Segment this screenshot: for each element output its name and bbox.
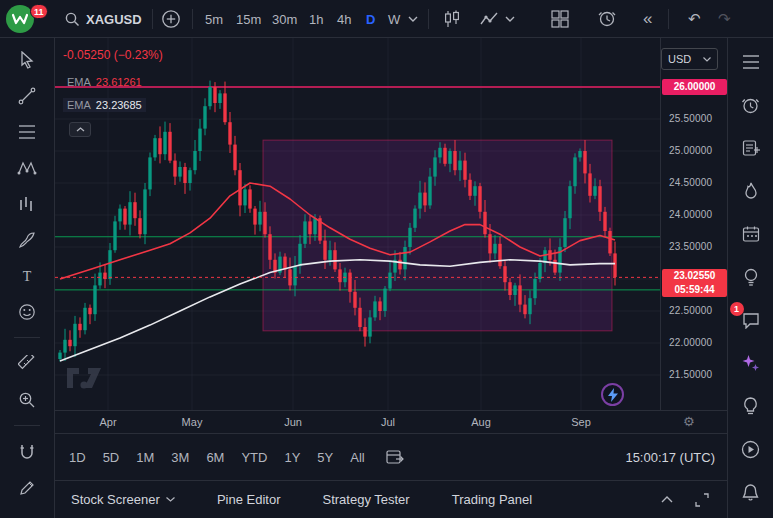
stock-screener-label: Stock Screener [71, 492, 160, 507]
tab-pine-editor[interactable]: Pine Editor [217, 492, 281, 507]
divider [192, 9, 193, 29]
chevron-down-icon [166, 497, 175, 502]
tab-stock-screener[interactable]: Stock Screener [71, 492, 175, 507]
time-axis-month-label: Jun [276, 416, 310, 428]
price-scale-label: 22.00000 [669, 337, 712, 348]
range-3m[interactable]: 3M [171, 450, 189, 465]
bar-countdown: 05:59:44 [662, 283, 727, 297]
time-axis-month-label: Apr [91, 416, 125, 428]
range-ytd[interactable]: YTD [241, 450, 267, 465]
timeframe-1d[interactable]: D [366, 0, 375, 38]
news-list-icon[interactable] [738, 136, 764, 160]
range-5d[interactable]: 5D [103, 450, 120, 465]
drawing-toolbar: T [0, 38, 55, 518]
timeframe-1h[interactable]: 1h [309, 0, 323, 38]
panel-expand-chevron-icon[interactable] [661, 496, 673, 503]
brush-icon[interactable] [16, 229, 38, 250]
text-tool-icon[interactable]: T [16, 265, 38, 286]
hint-lightbulb-icon[interactable] [738, 394, 764, 418]
price-scale-label: 23.50000 [669, 241, 712, 252]
range-1d[interactable]: 1D [69, 450, 86, 465]
chart-style-candles-icon[interactable] [443, 0, 461, 38]
range-5y[interactable]: 5Y [317, 450, 333, 465]
logo-mark-icon [12, 13, 28, 25]
price-scale-label: 21.50000 [669, 369, 712, 380]
timeframe-4h[interactable]: 4h [337, 0, 351, 38]
server-clock[interactable]: 15:00:17 (UTC) [625, 450, 715, 465]
time-axis-month-label: May [175, 416, 209, 428]
bar-replay-icon[interactable]: « [643, 0, 652, 38]
currency-value: USD [668, 53, 691, 65]
ema-fast-value: 23.61261 [96, 76, 142, 88]
symbol-name[interactable]: XAGUSD [86, 0, 142, 38]
undo-icon[interactable]: ↶ [688, 0, 701, 38]
range-1m[interactable]: 1M [136, 450, 154, 465]
tab-strategy-tester[interactable]: Strategy Tester [322, 492, 409, 507]
timeframe-menu-chevron-icon[interactable] [408, 0, 418, 38]
time-axis[interactable]: ⚙ AprMayJunJulAugSep [55, 410, 727, 433]
top-toolbar: 11 XAGUSD 5m 15m 30m 1h 4h D W [0, 0, 773, 38]
edit-pencil-icon[interactable] [16, 477, 38, 498]
chat-unread-badge: 1 [730, 302, 744, 316]
notification-count-badge: 11 [30, 4, 48, 19]
search-icon[interactable] [64, 0, 80, 38]
last-price-value: 23.02550 [662, 269, 727, 283]
tab-trading-panel[interactable]: Trading Panel [452, 492, 532, 507]
watchlist-icon[interactable] [738, 50, 764, 74]
alert-price-badge[interactable]: 26.00000 [662, 79, 727, 95]
redo-icon[interactable]: ↷ [718, 0, 731, 38]
right-sidebar: 1 [727, 38, 773, 518]
tradingview-watermark [67, 368, 103, 392]
price-axis[interactable]: 25.5000025.0000024.5000024.0000023.50000… [660, 38, 727, 433]
notifications-bell-icon[interactable] [738, 480, 764, 504]
trend-line-icon[interactable] [16, 85, 38, 106]
zoom-in-icon[interactable] [16, 389, 38, 410]
calendar-icon[interactable] [738, 222, 764, 246]
flash-replay-button[interactable] [601, 383, 624, 406]
ema-fast-legend[interactable]: EMA23.61261 [63, 75, 146, 89]
time-axis-month-label: Sep [564, 416, 598, 428]
magnet-icon[interactable] [16, 441, 38, 462]
ai-sparkle-icon[interactable] [738, 351, 764, 375]
price-change-text: -0.05250 (−0.23%) [63, 48, 163, 62]
ruler-measure-icon[interactable] [16, 353, 38, 374]
cursor-icon[interactable] [16, 49, 38, 70]
create-alert-icon[interactable] [598, 0, 618, 38]
compare-add-button[interactable] [161, 0, 181, 38]
layout-grid-icon[interactable] [551, 0, 569, 38]
chart-legend: -0.05250 (−0.23%) EMA23.61261 EMA23.2368… [63, 48, 163, 118]
last-price-badge: 23.0255005:59:44 [662, 269, 727, 297]
emoji-icon[interactable] [16, 301, 38, 322]
xabcd-pattern-icon[interactable] [16, 157, 38, 178]
alerts-clock-icon[interactable] [738, 93, 764, 117]
indicators-icon[interactable] [480, 0, 499, 38]
range-1y[interactable]: 1Y [284, 450, 300, 465]
divider [152, 9, 153, 29]
ideas-bulb-icon[interactable] [738, 265, 764, 289]
timeframe-30m[interactable]: 30m [272, 0, 297, 38]
chart-settings-gear-icon[interactable]: ⚙ [683, 414, 695, 429]
timeframe-5m[interactable]: 5m [205, 0, 223, 38]
panel-maximize-icon[interactable] [695, 493, 709, 507]
toolbar-separator [14, 337, 40, 338]
collapse-legend-button[interactable] [69, 122, 91, 137]
chevron-down-icon [703, 57, 711, 62]
ema-slow-label: EMA [67, 99, 91, 111]
range-6m[interactable]: 6M [206, 450, 224, 465]
fib-retracement-icon[interactable] [16, 121, 38, 142]
chat-icon[interactable]: 1 [738, 308, 764, 332]
timeframe-1w[interactable]: W [388, 0, 400, 38]
range-all[interactable]: All [350, 450, 364, 465]
bottom-panel-bar: Stock Screener Pine Editor Strategy Test… [55, 480, 727, 518]
hotlists-flame-icon[interactable] [738, 179, 764, 203]
streams-play-icon[interactable] [738, 437, 764, 461]
ema-slow-legend[interactable]: EMA23.23685 [63, 98, 146, 112]
timeframe-15m[interactable]: 15m [236, 0, 261, 38]
currency-select[interactable]: USD [661, 48, 718, 70]
go-to-date-icon[interactable] [386, 449, 404, 465]
ema-slow-value: 23.23685 [96, 99, 142, 111]
ema-fast-label: EMA [67, 76, 91, 88]
app-logo[interactable]: 11 [6, 5, 34, 33]
indicators-chevron-icon[interactable] [505, 0, 515, 38]
prediction-bars-icon[interactable] [16, 193, 38, 214]
